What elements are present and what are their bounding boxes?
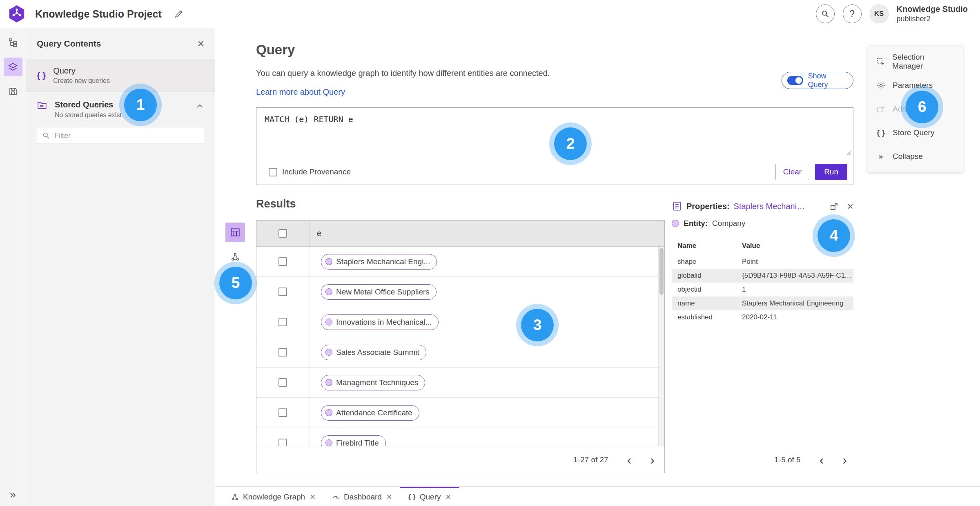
layers-icon [8, 62, 18, 72]
property-value: 1 [742, 285, 853, 294]
question-icon: ? [849, 9, 855, 20]
stored-queries-folder-icon [37, 100, 47, 111]
row-checkbox[interactable] [278, 439, 287, 446]
help-button[interactable]: ? [843, 4, 862, 23]
entity-chip-label: New Metal Office Suppliers [336, 288, 430, 296]
catalog-tree-button[interactable] [4, 33, 22, 52]
scrollbar-thumb[interactable] [659, 248, 664, 295]
entity-dot-icon [325, 379, 332, 386]
close-tab-button[interactable]: × [310, 493, 315, 502]
properties-close-button[interactable]: × [847, 201, 853, 212]
entity-chip[interactable]: Firebird Title [321, 435, 386, 446]
row-checkbox-cell [256, 247, 310, 276]
entity-dot-icon [325, 288, 332, 295]
next-page-button[interactable]: › [842, 453, 847, 466]
stored-queries-section[interactable]: Stored Queries No stored queries exist [26, 92, 215, 121]
add-to-selection-icon[interactable] [829, 201, 839, 211]
property-value: Point [742, 258, 853, 266]
expand-rail-button[interactable]: » [10, 488, 16, 501]
row-checkbox[interactable] [278, 348, 287, 357]
entity-dot-icon [325, 319, 332, 325]
gear-icon [875, 81, 886, 90]
query-code-input[interactable]: MATCH (e) RETURN e [265, 114, 353, 124]
run-button[interactable]: Run [815, 164, 847, 180]
tab-query[interactable]: { } Query × [400, 487, 459, 506]
vertical-scrollbar[interactable] [658, 247, 664, 446]
properties-label: Properties: [686, 202, 730, 211]
user-avatar[interactable]: KS [870, 4, 889, 23]
previous-page-button[interactable]: ‹ [820, 453, 824, 466]
property-row: established 2020-02-11 [672, 310, 853, 324]
resize-handle[interactable] [845, 149, 851, 157]
save-icon [8, 87, 18, 96]
stored-queries-title: Stored Queries [55, 100, 122, 109]
entity-dot-icon [325, 439, 332, 446]
property-name: shape [677, 258, 742, 266]
row-checkbox[interactable] [278, 378, 287, 387]
edit-title-button[interactable] [174, 9, 184, 19]
entity-chip[interactable]: Staplers Mechanical Engi... [321, 254, 437, 270]
row-checkbox-cell [256, 368, 310, 397]
row-checkbox[interactable] [278, 288, 287, 296]
sidebar-item-query[interactable]: { } Query Create new queries [26, 59, 215, 92]
menu-item-label: Collapse [893, 152, 923, 161]
entity-chip[interactable]: New Metal Office Suppliers [321, 284, 437, 300]
entity-chip[interactable]: Innovations in Mechanical... [321, 314, 439, 330]
layers-panel-button[interactable] [4, 58, 22, 76]
clear-button[interactable]: Clear [775, 164, 809, 180]
entity-chip-label: Firebird Title [336, 439, 379, 446]
property-value: 2020-02-11 [742, 313, 853, 321]
panel-close-button[interactable]: × [198, 38, 204, 49]
entity-label: Entity: [684, 219, 708, 228]
menu-item-collapse[interactable]: » Collapse [867, 145, 963, 168]
select-all-checkbox[interactable] [278, 229, 287, 238]
row-checkbox[interactable] [278, 408, 287, 417]
next-page-button[interactable]: › [650, 453, 655, 466]
row-checkbox[interactable] [278, 318, 287, 326]
top-bar: Knowledge Studio Project ? KS Knowledge … [0, 0, 980, 28]
editor-footer: Include Provenance Clear Run [256, 159, 853, 185]
app-logo-icon [7, 4, 26, 23]
graph-view-button[interactable] [225, 247, 245, 267]
save-button[interactable] [4, 82, 22, 101]
entity-chip[interactable]: Managment Techniques [321, 375, 425, 390]
search-icon [821, 9, 830, 18]
toggle-track [787, 76, 803, 85]
annotation-badge-1: 1 [124, 89, 157, 121]
bottom-tab-bar: Knowledge Graph × Dashboard × { } Query … [215, 486, 980, 506]
filter-input[interactable] [54, 132, 199, 140]
close-tab-button[interactable]: × [446, 493, 451, 502]
tab-dashboard[interactable]: Dashboard × [323, 487, 400, 506]
close-tab-button[interactable]: × [387, 493, 392, 502]
property-name: established [677, 313, 742, 321]
property-name: objectid [677, 285, 742, 294]
show-query-toggle[interactable]: Show Query [782, 72, 853, 89]
row-checkbox-cell [256, 307, 310, 337]
row-checkbox[interactable] [278, 257, 287, 266]
learn-more-link[interactable]: Learn more about Query [256, 87, 345, 97]
entity-dot-icon [325, 349, 332, 356]
menu-item-store-query[interactable]: { } Store Query [867, 121, 963, 145]
tab-knowledge-graph[interactable]: Knowledge Graph × [223, 487, 323, 506]
entity-chip[interactable]: Sales Associate Summit [321, 345, 426, 360]
entity-chip[interactable]: Attendance Certificate [321, 405, 419, 421]
row-checkbox-cell [256, 277, 310, 307]
entity-chip-label: Attendance Certificate [336, 408, 412, 417]
menu-item-selection-manager[interactable]: Selection Manager [867, 50, 963, 74]
dashboard-icon [332, 493, 340, 501]
properties-entity-link[interactable]: Staplers Mechanic... [734, 202, 807, 211]
table-row: Attendance Certificate [256, 398, 664, 428]
query-contents-panel: Query Contents × { } Query Create new qu… [26, 28, 215, 506]
collapse-section-button[interactable] [195, 102, 204, 112]
entity-dot-icon [672, 220, 679, 227]
results-table-body: Staplers Mechanical Engi... New Metal Of… [256, 247, 664, 446]
search-button[interactable] [816, 4, 835, 23]
table-view-button[interactable] [225, 223, 245, 242]
knowledge-graph-icon [231, 493, 239, 501]
page-title: Query [256, 42, 295, 58]
include-provenance-checkbox[interactable] [269, 168, 277, 176]
tab-label: Query [420, 493, 441, 502]
properties-pagination: 1-5 of 5 ‹ › [672, 446, 853, 473]
project-title: Knowledge Studio Project [35, 8, 162, 20]
previous-page-button[interactable]: ‹ [627, 453, 632, 466]
